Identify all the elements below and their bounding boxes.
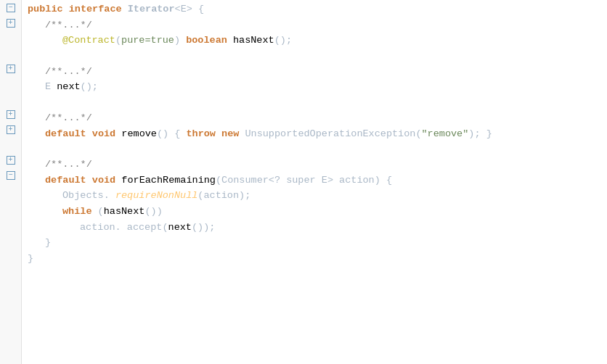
gutter-row	[0, 244, 21, 259]
code-line: Objects. requireNonNull(action);	[28, 188, 607, 204]
code-line: public interface Iterator<E> {	[28, 1, 607, 17]
code-line: }	[28, 235, 607, 251]
code-token: .	[104, 188, 115, 204]
code-token: ); }	[468, 126, 492, 142]
code-token: remove	[121, 126, 157, 142]
code-token: while	[62, 204, 98, 220]
fold-minus-icon[interactable]: −	[7, 171, 15, 180]
code-token: "remove"	[422, 126, 469, 142]
code-token: ();	[274, 33, 292, 49]
gutter-row	[0, 228, 21, 244]
code-token: ();	[81, 79, 98, 95]
code-token: void	[92, 173, 122, 189]
code-line	[28, 95, 607, 110]
gutter-row	[0, 137, 21, 152]
code-line	[28, 141, 607, 157]
code-token: public	[28, 1, 69, 17]
code-token: next	[168, 220, 192, 236]
code-token: action. accept(	[80, 220, 168, 236]
gutter-row	[0, 183, 21, 198]
code-token: }	[28, 251, 33, 267]
code-token: hasNext	[233, 33, 274, 49]
fold-plus-icon[interactable]: +	[7, 65, 15, 73]
code-token: Objects	[62, 188, 104, 204]
code-token: next	[57, 79, 80, 95]
fold-plus-icon[interactable]: +	[7, 19, 15, 28]
gutter-row	[0, 30, 21, 46]
code-token: ());	[192, 220, 215, 236]
code-token: pure=true	[121, 33, 174, 49]
code-token: void	[92, 126, 122, 142]
code-token: /**...*/	[45, 110, 92, 126]
code-token: (action);	[197, 188, 250, 204]
gutter: −+++++−	[0, 0, 22, 364]
code-line: }	[28, 251, 607, 267]
fold-minus-icon[interactable]: −	[7, 4, 15, 12]
gutter-row	[0, 213, 21, 228]
code-line: default void forEachRemaining(Consumer<?…	[28, 173, 607, 189]
code-token: default	[45, 173, 92, 189]
code-token: (	[98, 204, 104, 220]
code-token: () {	[157, 126, 187, 142]
fold-plus-icon[interactable]: +	[7, 125, 15, 134]
code-token: /**...*/	[45, 157, 92, 173]
editor-container: −+++++− public interface Iterator<E> {/*…	[0, 0, 607, 364]
code-token: UnsupportedOperationException(	[245, 126, 421, 142]
code-line	[28, 49, 607, 64]
code-line: /**...*/	[28, 64, 607, 80]
code-token: requireNonNull	[115, 188, 197, 204]
code-token: (	[115, 33, 121, 49]
code-token: new	[221, 126, 245, 142]
gutter-row[interactable]: +	[0, 61, 21, 76]
code-token: hasNext	[104, 204, 145, 220]
code-token: )	[174, 33, 186, 49]
fold-plus-icon[interactable]: +	[7, 156, 15, 165]
code-line: /**...*/	[28, 157, 607, 173]
gutter-row[interactable]: −	[0, 0, 21, 15]
gutter-row	[0, 198, 21, 213]
gutter-row	[0, 46, 21, 61]
code-token: <E> {	[175, 1, 205, 17]
code-line: default void remove() { throw new Unsupp…	[28, 126, 607, 142]
code-line: E next();	[28, 79, 607, 95]
code-token: (Consumer<? super E> action) {	[216, 173, 392, 189]
code-token: @Contract	[62, 33, 115, 49]
code-token: }	[45, 235, 51, 251]
code-token: ())	[144, 204, 162, 220]
code-token: /**...*/	[45, 17, 92, 33]
code-token: E	[45, 79, 57, 95]
code-token: interface	[69, 1, 128, 17]
gutter-row[interactable]: +	[0, 122, 21, 137]
gutter-row[interactable]: +	[0, 107, 21, 122]
code-line: while (hasNext())	[28, 204, 607, 220]
code-token: forEachRemaining	[121, 173, 216, 189]
code-line: action. accept(next());	[28, 220, 607, 236]
gutter-row[interactable]: +	[0, 15, 21, 30]
gutter-row	[0, 91, 21, 107]
code-line: /**...*/	[28, 17, 607, 33]
code-token: /**...*/	[45, 64, 92, 80]
code-token: throw	[186, 126, 221, 142]
fold-plus-icon[interactable]: +	[7, 110, 15, 119]
gutter-row	[0, 76, 21, 91]
code-line: /**...*/	[28, 110, 607, 126]
code-area[interactable]: public interface Iterator<E> {/**...*/@C…	[22, 0, 607, 364]
code-token: Iterator	[128, 1, 175, 17]
code-token: default	[45, 126, 92, 142]
gutter-row[interactable]: −	[0, 167, 21, 183]
code-token: boolean	[186, 33, 233, 49]
gutter-row[interactable]: +	[0, 152, 21, 167]
code-line: @Contract(pure=true) boolean hasNext();	[28, 33, 607, 49]
